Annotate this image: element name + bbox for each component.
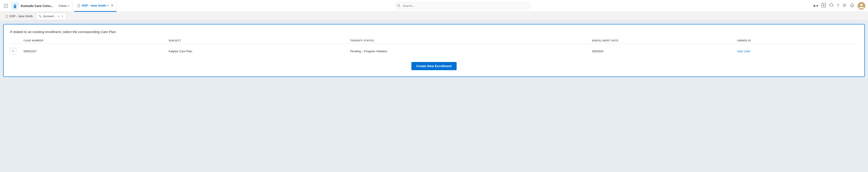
help-icon[interactable]: ?: [837, 3, 839, 8]
subtab-account[interactable]: 🔍 Account ... ▾ ✕: [36, 13, 66, 20]
svg-rect-11: [15, 5, 16, 8]
tab-cases-label: Cases: [59, 4, 67, 7]
subtab-dsp-jane-smith[interactable]: 📋 DSP - Jane Smith: [3, 13, 35, 20]
app-logo: [11, 2, 19, 10]
svg-point-5: [7, 5, 8, 6]
case-tab-icon: 📋: [77, 4, 81, 7]
col-therapy-header: THERAPY STATUS: [350, 39, 592, 42]
enrollment-date-value: 5/8/2024: [592, 50, 603, 53]
close-icon[interactable]: ✕: [111, 4, 114, 7]
expand-cell: +: [10, 48, 24, 54]
svg-point-4: [5, 5, 6, 6]
search-bar: [395, 2, 531, 9]
svg-point-6: [4, 7, 5, 8]
svg-rect-10: [14, 6, 15, 8]
col-enroll-date-header: ENROLLMENT DATE: [592, 39, 737, 42]
search-icon: [397, 4, 400, 8]
app-launcher-icon[interactable]: [3, 3, 9, 9]
therapy-status-value: Pending – Program Initiation: [350, 50, 387, 53]
tab-dsp-label: DSP - Jane Smith: [82, 4, 106, 7]
cloud-icon[interactable]: [829, 3, 834, 9]
col-subject-header: SUBJECT: [169, 39, 350, 42]
therapy-status-cell: Pending – Program Initiation: [350, 50, 592, 53]
create-new-enrollment-button[interactable]: Create New Enrollment: [411, 62, 457, 70]
expand-button[interactable]: +: [10, 48, 16, 54]
search-tab-icon: 🔍: [38, 15, 42, 18]
col-owner-id-header: OWNER ID: [737, 39, 858, 42]
enrollment-date-cell: 5/8/2024: [592, 50, 737, 53]
col-case-number-header: CASE NUMBER: [24, 39, 169, 42]
tab-cases[interactable]: Cases ▾: [56, 0, 72, 12]
chevron-down-icon: ▾: [58, 15, 59, 18]
sub-tabs: 📋 DSP - Jane Smith 🔍 Account ... ▾ ✕: [0, 12, 868, 21]
settings-icon[interactable]: [842, 3, 847, 9]
subtab-dsp-label: DSP - Jane Smith: [9, 15, 33, 18]
subject-value: Kalytex Care Plan: [169, 50, 192, 53]
svg-point-0: [4, 4, 5, 5]
subject-cell: Kalytex Care Plan: [169, 50, 350, 53]
favorites-icon[interactable]: ★▾: [813, 3, 818, 8]
main-content: If related to an existing enrollment, se…: [0, 21, 868, 172]
button-row: Create New Enrollment: [10, 62, 858, 70]
notifications-icon[interactable]: [850, 3, 855, 9]
owner-id-cell: User User: [737, 50, 858, 53]
svg-point-2: [7, 4, 8, 5]
enrollment-panel: If related to an existing enrollment, se…: [3, 24, 865, 77]
add-icon[interactable]: [822, 3, 826, 9]
case-number-value: 00001027: [24, 50, 37, 53]
top-nav-actions: ★▾ ?: [813, 2, 865, 10]
tab-dsp-jane-smith[interactable]: 📋 DSP - Jane Smith ▾ ✕: [74, 0, 117, 12]
search-input[interactable]: [395, 2, 531, 9]
panel-description: If related to an existing enrollment, se…: [10, 30, 858, 34]
svg-line-13: [399, 6, 400, 7]
owner-id-link[interactable]: User User: [737, 50, 750, 53]
close-icon[interactable]: ✕: [61, 15, 64, 18]
chevron-down-icon: ▾: [107, 4, 108, 7]
table-row: + 00001027 Kalytex Care Plan Pending – P…: [10, 46, 858, 57]
case-number-cell: 00001027: [24, 50, 169, 53]
svg-point-8: [7, 7, 8, 8]
svg-point-3: [4, 5, 5, 6]
table-header: CASE NUMBER SUBJECT THERAPY STATUS ENROL…: [10, 39, 858, 44]
app-name[interactable]: Komodo Care Conn...: [21, 4, 53, 8]
svg-point-1: [5, 4, 6, 5]
svg-point-17: [844, 5, 845, 6]
enrollment-table: CASE NUMBER SUBJECT THERAPY STATUS ENROL…: [10, 39, 858, 57]
subtab-account-label: Account ...: [43, 15, 57, 18]
briefcase-icon: 📋: [5, 15, 8, 18]
top-nav: Komodo Care Conn... Cases ▾ 📋 DSP - Jane…: [0, 0, 868, 12]
svg-point-7: [5, 7, 6, 8]
chevron-down-icon: ▾: [68, 4, 69, 7]
avatar[interactable]: [858, 2, 865, 10]
svg-point-19: [860, 4, 863, 6]
